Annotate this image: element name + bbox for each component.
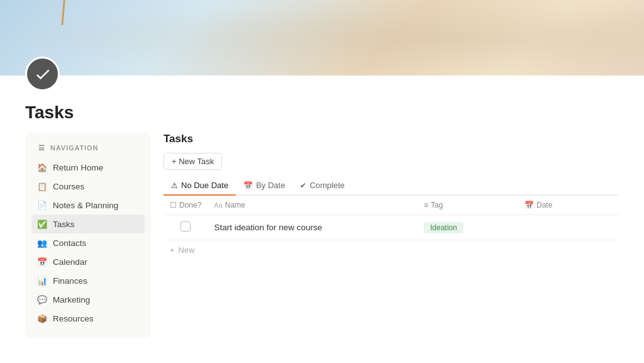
sidebar-item-label: Courses bbox=[53, 182, 84, 191]
sidebar-item-label: Calendar bbox=[53, 257, 87, 267]
sidebar: ☰ NAVIGATION 🏠 Return Home 📋 Courses 📄 N… bbox=[25, 133, 151, 338]
task-tag-cell: Ideation bbox=[418, 215, 518, 240]
sidebar-item-label: Finances bbox=[53, 276, 87, 286]
table-row: Start ideation for new course Ideation bbox=[164, 215, 619, 240]
new-task-button[interactable]: + New Task bbox=[164, 153, 222, 170]
checkbox-header-icon: ☐ bbox=[170, 201, 177, 209]
checkmark-icon bbox=[34, 65, 52, 83]
page-title: Tasks bbox=[25, 103, 619, 123]
sidebar-item-contacts[interactable]: 👥 Contacts bbox=[31, 233, 145, 252]
sidebar-item-label: Marketing bbox=[53, 295, 90, 304]
col-header-date: 📅 Date bbox=[518, 196, 619, 215]
resources-icon: 📦 bbox=[36, 313, 48, 324]
complete-icon: ✔ bbox=[300, 181, 306, 190]
content-area: Tasks + New Task ⚠ No Due Date 📅 By Date… bbox=[164, 133, 619, 338]
tab-no-due-date[interactable]: ⚠ No Due Date bbox=[164, 176, 236, 196]
contacts-icon: 👥 bbox=[36, 237, 48, 249]
hamburger-icon: ☰ bbox=[36, 143, 47, 153]
page-header bbox=[0, 57, 644, 91]
task-table: ☐ Done? Aa Name ≡ Tag bbox=[164, 196, 619, 240]
notes-icon: 📄 bbox=[36, 199, 48, 211]
add-new-row[interactable]: + New bbox=[164, 240, 619, 260]
sidebar-nav-label: ☰ NAVIGATION bbox=[31, 143, 145, 158]
tab-complete[interactable]: ✔ Complete bbox=[292, 176, 352, 196]
finances-icon: 📊 bbox=[36, 275, 48, 286]
warning-icon: ⚠ bbox=[171, 181, 178, 190]
sidebar-item-label: Return Home bbox=[53, 163, 103, 172]
sidebar-item-notes-planning[interactable]: 📄 Notes & Planning bbox=[31, 196, 145, 215]
tag-badge: Ideation bbox=[424, 222, 464, 233]
task-name-cell[interactable]: Start ideation for new course bbox=[208, 215, 418, 240]
content-header: Tasks bbox=[164, 133, 619, 145]
calendar-tab-icon: 📅 bbox=[243, 181, 253, 190]
sidebar-item-label: Tasks bbox=[53, 220, 75, 229]
tag-header-icon: ≡ bbox=[424, 201, 428, 209]
name-header-icon: Aa bbox=[214, 201, 222, 209]
task-checkbox[interactable] bbox=[180, 221, 191, 232]
marketing-icon: 💬 bbox=[36, 294, 48, 305]
tab-by-date[interactable]: 📅 By Date bbox=[236, 176, 292, 196]
col-header-tag: ≡ Tag bbox=[418, 196, 518, 215]
main-layout: ☰ NAVIGATION 🏠 Return Home 📋 Courses 📄 N… bbox=[0, 133, 644, 338]
add-icon: + bbox=[170, 245, 175, 255]
sidebar-item-label: Contacts bbox=[53, 238, 86, 248]
sidebar-item-calendar[interactable]: 📅 Calendar bbox=[31, 252, 145, 271]
calendar-icon: 📅 bbox=[36, 256, 48, 267]
sidebar-item-label: Notes & Planning bbox=[53, 201, 118, 210]
sidebar-item-marketing[interactable]: 💬 Marketing bbox=[31, 290, 145, 309]
tasks-icon: ✅ bbox=[36, 218, 48, 230]
page-title-area: Tasks bbox=[0, 98, 644, 133]
sidebar-item-courses[interactable]: 📋 Courses bbox=[31, 177, 145, 196]
sidebar-item-resources[interactable]: 📦 Resources bbox=[31, 309, 145, 328]
sidebar-item-tasks[interactable]: ✅ Tasks bbox=[31, 215, 145, 233]
sidebar-item-return-home[interactable]: 🏠 Return Home bbox=[31, 158, 145, 177]
col-header-name: Aa Name bbox=[208, 196, 418, 215]
task-done-cell[interactable] bbox=[164, 215, 208, 240]
date-header-icon: 📅 bbox=[525, 201, 534, 209]
sidebar-item-label: Resources bbox=[53, 314, 94, 323]
home-icon: 🏠 bbox=[36, 162, 48, 173]
sidebar-item-finances[interactable]: 📊 Finances bbox=[31, 271, 145, 290]
tabs: ⚠ No Due Date 📅 By Date ✔ Complete bbox=[164, 176, 619, 196]
col-header-done: ☐ Done? bbox=[164, 196, 208, 215]
task-date-cell[interactable] bbox=[518, 215, 619, 240]
avatar bbox=[25, 57, 60, 91]
courses-icon: 📋 bbox=[36, 181, 48, 192]
